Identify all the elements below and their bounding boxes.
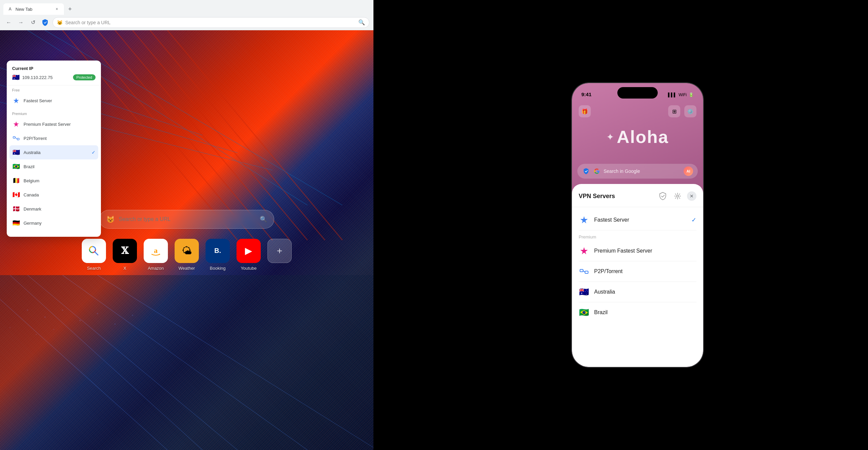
svg-rect-35 — [17, 138, 19, 140]
vpn-p2p-label: P2P/Torrent — [24, 136, 96, 141]
tab-close-button[interactable]: × — [54, 6, 60, 12]
shortcut-search-label: Search — [87, 266, 101, 271]
aloha-logo-area: ✦ Aloha — [572, 127, 703, 147]
vpn-item-fastest-server[interactable]: Fastest Server — [12, 94, 96, 108]
vpn-fastest-icon — [12, 97, 20, 105]
vpn-modal-item-fastest[interactable]: Fastest Server ✓ — [572, 210, 703, 230]
back-button[interactable]: ← — [4, 18, 13, 27]
vpn-item-denmark[interactable]: 🇩🇰 Denmark — [12, 202, 96, 216]
shortcut-x-label: X — [123, 266, 126, 271]
vpn-modal-list: Fastest Server ✓ Premium — [572, 207, 703, 325]
vpn-australia-label: Australia — [24, 150, 88, 155]
vpn-modal-p2p-icon — [579, 266, 589, 277]
vpn-protected-badge: Protected — [73, 74, 96, 81]
gift-icon: 🎁 — [581, 108, 588, 115]
vpn-modal-p2p-label: P2P/Torrent — [594, 268, 696, 275]
vpn-germany-flag: 🇩🇪 — [12, 219, 20, 227]
new-tab-search-bar[interactable]: 😺 🔍 — [99, 210, 274, 229]
vpn-brazil-label: Brazil — [24, 164, 96, 169]
shortcut-add[interactable]: + · — [268, 239, 292, 271]
gap — [373, 0, 407, 450]
vpn-modal-fastest-label: Fastest Server — [594, 217, 687, 223]
shortcut-booking[interactable]: B. Booking — [206, 239, 230, 271]
vpn-premium-label: Premium — [12, 112, 96, 116]
svg-point-37 — [677, 195, 679, 197]
shortcut-weather[interactable]: 🌤 Weather — [175, 239, 199, 271]
vpn-canada-label: Canada — [24, 192, 96, 197]
aloha-logo-text: Aloha — [617, 127, 669, 147]
shortcut-weather-label: Weather — [179, 266, 195, 271]
svg-rect-38 — [580, 269, 583, 272]
vpn-dropdown: Current IP 🇦🇺 109.110.222.75 Protected F… — [7, 61, 101, 237]
shortcut-amazon[interactable]: a Amazon — [144, 239, 168, 271]
vpn-item-p2p[interactable]: P2P/Torrent — [12, 131, 96, 145]
vpn-modal-item-australia[interactable]: 🇦🇺 Australia — [572, 282, 703, 302]
vpn-modal-item-brazil[interactable]: 🇧🇷 Brazil — [572, 302, 703, 323]
phone-ai-button[interactable]: AI — [684, 166, 693, 176]
vpn-modal-premium-section: Premium — [572, 230, 703, 241]
shortcut-search-icon — [82, 239, 106, 263]
vpn-modal-item-premium-fastest[interactable]: Premium Fastest Server — [572, 241, 703, 261]
forward-button[interactable]: → — [16, 18, 26, 27]
shortcut-amazon-label: Amazon — [148, 266, 164, 271]
vpn-item-canada[interactable]: 🇨🇦 Canada — [12, 188, 96, 202]
tab-favicon: A — [7, 6, 13, 12]
url-input[interactable] — [65, 20, 355, 25]
new-tab-search-container: 😺 🔍 — [99, 210, 274, 229]
vpn-item-belgium[interactable]: 🇧🇪 Belgium — [12, 173, 96, 188]
qr-icon: ⊞ — [672, 108, 677, 115]
svg-rect-34 — [13, 136, 15, 138]
shortcut-youtube[interactable]: ▶ Youtube — [237, 239, 261, 271]
browser-toolbar: ← → ↺ 😺 🔍 — [0, 15, 373, 30]
aloha-star-icon: ✦ — [606, 131, 614, 142]
vpn-modal-australia-flag: 🇦🇺 — [579, 287, 589, 297]
svg-text:a: a — [154, 246, 158, 255]
vpn-denmark-label: Denmark — [24, 206, 96, 212]
vpn-premium-fastest-label: Premium Fastest Server — [24, 122, 96, 127]
active-tab[interactable]: A New Tab × — [3, 3, 64, 15]
settings-icon: ⚙️ — [687, 108, 694, 115]
shortcut-youtube-label: Youtube — [241, 266, 256, 271]
vpn-modal-header-icons: ✕ — [657, 191, 696, 201]
vpn-p2p-icon — [12, 134, 20, 142]
svg-line-32 — [95, 252, 98, 255]
shortcut-x[interactable]: 𝕏 X — [113, 239, 137, 271]
shortcut-search[interactable]: Search — [82, 239, 106, 271]
address-bar[interactable]: 😺 🔍 — [53, 17, 369, 28]
dynamic-island — [617, 87, 658, 99]
vpn-servers-modal: VPN Servers — [572, 184, 703, 367]
vpn-modal-close-button[interactable]: ✕ — [687, 191, 696, 201]
reload-button[interactable]: ↺ — [28, 18, 38, 27]
vpn-modal-item-p2p[interactable]: P2P/Torrent — [572, 261, 703, 282]
australia-flag-ip: 🇦🇺 — [12, 74, 20, 81]
new-tab-search-input[interactable] — [119, 216, 256, 222]
vpn-item-australia[interactable]: 🇦🇺 Australia ✓ — [9, 145, 98, 159]
vpn-ip-info: 🇦🇺 109.110.222.75 — [12, 74, 53, 81]
vpn-item-germany[interactable]: 🇩🇪 Germany — [12, 216, 96, 230]
vpn-modal-premium-fastest-icon — [579, 246, 589, 256]
vpn-current-ip-title: Current IP — [12, 66, 96, 71]
phone-search-bar[interactable]: Search in Google AI — [577, 164, 698, 179]
shortcut-x-icon: 𝕏 — [113, 239, 137, 263]
phone-header-area: 🎁 ⊞ ⚙️ — [572, 100, 703, 121]
browser-window: A New Tab × + ← → ↺ 😺 🔍 — [0, 0, 373, 450]
google-g-icon — [593, 168, 600, 174]
status-icons: ▌▌▌ WiFi 🔋 — [668, 93, 694, 97]
vpn-shield-modal-icon[interactable] — [657, 191, 668, 201]
address-bar-icon: 😺 — [57, 20, 63, 25]
vpn-belgium-label: Belgium — [24, 178, 96, 183]
vpn-denmark-flag: 🇩🇰 — [12, 205, 20, 213]
vpn-shield-icon[interactable] — [40, 18, 50, 27]
vpn-belgium-flag: 🇧🇪 — [12, 176, 20, 185]
vpn-modal-brazil-flag: 🇧🇷 — [579, 307, 589, 318]
vpn-item-brazil[interactable]: 🇧🇷 Brazil — [12, 159, 96, 173]
vpn-item-premium-fastest[interactable]: Premium Fastest Server — [12, 117, 96, 131]
vpn-settings-modal-icon[interactable] — [672, 191, 683, 201]
tab-bar: A New Tab × + — [0, 0, 373, 15]
qr-code-button[interactable]: ⊞ — [668, 105, 680, 117]
settings-button[interactable]: ⚙️ — [684, 105, 696, 117]
tab-title: New Tab — [16, 7, 51, 12]
battery-icon: 🔋 — [689, 93, 694, 97]
gift-icon-button[interactable]: 🎁 — [579, 105, 591, 117]
new-tab-button[interactable]: + — [65, 4, 75, 14]
